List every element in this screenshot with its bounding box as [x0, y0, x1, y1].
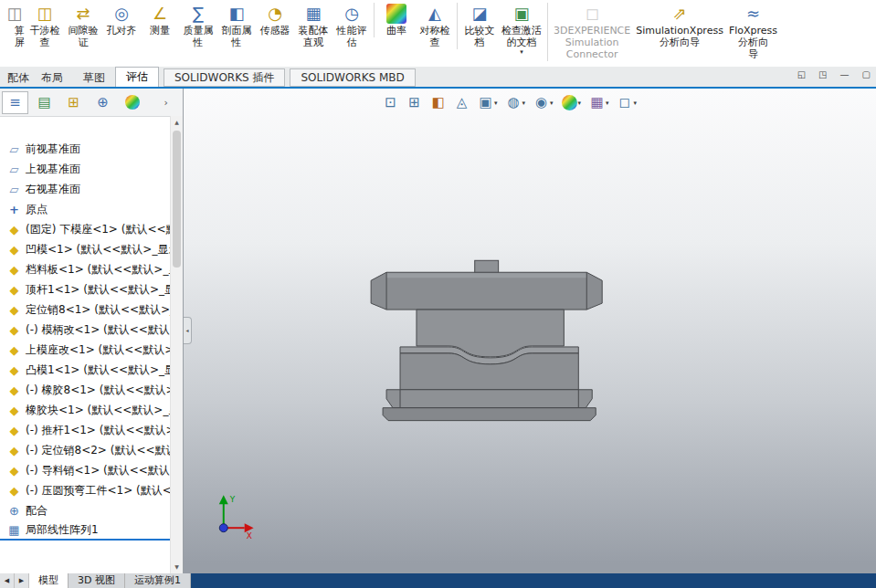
floxpress-wizard-button[interactable]: ≈ FloXpress 分析向 导: [726, 3, 780, 61]
compare-documents-icon: ◪: [470, 4, 490, 24]
tree-item-top-plane[interactable]: ▱ 上视基准面: [0, 159, 171, 179]
view-settings-button[interactable]: ◻ ▾: [615, 94, 640, 111]
compare-documents-button[interactable]: ◪ 比较文 档: [457, 3, 499, 49]
part-icon: ◆: [7, 424, 21, 437]
sensors-button[interactable]: ◔ 传感器: [256, 3, 294, 37]
ribbon-button-label: 剖面属 性: [222, 25, 252, 48]
performance-evaluation-button[interactable]: ◷ 性能评 估: [332, 3, 371, 49]
part-icon: ◆: [7, 223, 21, 236]
motion-study-tab[interactable]: 运动算例1: [125, 573, 191, 588]
configurationmanager-tab[interactable]: ⊞: [60, 91, 87, 114]
tree-item-component[interactable]: ◆ (-) 橡胶8<1> (默认<<默认>_: [0, 380, 171, 400]
mass-properties-button[interactable]: ∑ 质量属 性: [179, 3, 217, 49]
dropdown-caret-icon: ▾: [550, 100, 554, 107]
mass-properties-icon: ∑: [188, 4, 208, 24]
section-properties-icon: ◧: [227, 4, 247, 24]
clearance-verification-button[interactable]: ⇄ 间隙验 证: [64, 3, 102, 49]
tree-item-label: (固定) 下模座<1> (默认<<默认: [26, 222, 171, 237]
tree-item-component[interactable]: ◆ (固定) 下模座<1> (默认<<默认: [0, 219, 171, 239]
zoom-fit-button[interactable]: ⊡: [380, 94, 401, 111]
check-active-document-button[interactable]: ▣ 检查激活 的文档 ▾: [499, 3, 544, 57]
dynamic-annotation-button[interactable]: ◬: [451, 94, 472, 111]
apply-scene-button[interactable]: ▦ ▾: [586, 94, 612, 111]
featuremanager-tree: ▱ 前视基准面 ▱ 上视基准面 ▱ 右视基准面 +: [0, 117, 183, 573]
tree-item-local-pattern[interactable]: ▦ 局部线性阵列1: [0, 520, 171, 541]
tree-scrollbar[interactable]: ▲ ▼: [170, 116, 183, 573]
dimxpertmanager-tab[interactable]: ⊕: [90, 91, 116, 114]
zoom-fit-icon: ⊡: [383, 95, 398, 110]
tree-item-component[interactable]: ◆ (-) 导料销<1> (默认<<默认>_: [0, 460, 171, 480]
tab-scroll-arrows: ◀ ▶: [0, 573, 29, 588]
hole-alignment-button[interactable]: ◎ 孔对齐: [102, 3, 141, 37]
part-icon: ◆: [7, 484, 21, 498]
part-icon: ◆: [7, 303, 21, 317]
displaymanager-tab[interactable]: ●: [119, 91, 145, 114]
panel-tab-strip: ≡ ▤ ⊞ ⊕: [0, 89, 183, 117]
tree-item-component[interactable]: ◆ 顶杆1<1> (默认<<默认>_显示: [0, 279, 171, 299]
dropdown-caret-icon: ▾: [494, 100, 498, 107]
hide-show-items-button[interactable]: ◉ ▾: [531, 94, 556, 111]
section-properties-button[interactable]: ◧ 剖面属 性: [217, 3, 256, 49]
panel-collapse-handle[interactable]: ◂: [184, 317, 192, 344]
tab-sketch[interactable]: 草图: [73, 68, 115, 87]
solidworks-window: ◫ 算 屏 ◫ 干涉检 查 ⇄ 间隙验 证 ◎ 孔对齐: [0, 0, 876, 588]
tree-item-right-plane[interactable]: ▱ 右视基准面: [0, 179, 171, 199]
tree-item-front-plane[interactable]: ▱ 前视基准面: [0, 139, 171, 159]
part-icon: ◆: [7, 323, 21, 337]
tree-item-component[interactable]: ◆ 凹模<1> (默认<<默认>_显示: [0, 239, 171, 259]
tree-item-label: 右视基准面: [26, 182, 80, 197]
graphics-area[interactable]: ⊡ ⊞ ◧ ◬: [184, 89, 876, 573]
edit-appearance-button[interactable]: ● ▾: [559, 94, 585, 111]
window-minimize-icon[interactable]: —: [840, 69, 850, 79]
tab-evaluate[interactable]: 评估: [115, 67, 159, 87]
tree-item-label: (-) 压圆预弯工件<1> (默认<<: [26, 483, 171, 499]
measure-ruler-icon: ∠: [150, 4, 170, 24]
partial-left-button[interactable]: ◫ 算 屏: [0, 3, 26, 48]
tree-item-component[interactable]: ◆ 凸模1<1> (默认<<默认>_显示: [0, 360, 171, 380]
tree-item-component[interactable]: ◆ (-) 压圆预弯工件<1> (默认<<: [0, 480, 171, 500]
panel-overflow-chevron[interactable]: ›: [164, 97, 183, 109]
tree-item-mates[interactable]: ⊕ 配合: [0, 500, 171, 520]
tab-layout[interactable]: 布局: [31, 68, 73, 87]
tree-item-component[interactable]: ◆ (-) 定位销8<2> (默认<<默认>: [0, 440, 171, 460]
scrollbar-thumb[interactable]: [173, 131, 181, 268]
section-view-icon: ◧: [430, 95, 446, 110]
display-style-button[interactable]: ◍ ▾: [503, 94, 529, 111]
view-orientation-button[interactable]: ▣ ▾: [475, 94, 501, 111]
section-view-button[interactable]: ◧: [427, 94, 449, 111]
ribbon-toolbar: ◫ 算 屏 ◫ 干涉检 查 ⇄ 间隙验 证 ◎ 孔对齐: [0, 0, 876, 67]
featuremanager-tree-tab[interactable]: ≡: [2, 91, 28, 114]
dimxpert-icon: ⊕: [96, 95, 111, 110]
scroll-tabs-right-icon[interactable]: ▶: [15, 573, 29, 588]
window-maximize-icon[interactable]: ▢: [862, 69, 871, 79]
interference-check-button[interactable]: ◫ 干涉检 查: [26, 3, 64, 49]
appearance-ball-icon: ●: [562, 95, 577, 110]
model-tab[interactable]: 模型: [29, 573, 69, 588]
zoom-area-button[interactable]: ⊞: [404, 94, 425, 111]
tree-item-component[interactable]: ◆ 档料板<1> (默认<<默认>_显: [0, 259, 171, 279]
window-switch-icon[interactable]: ◳: [818, 69, 827, 79]
tab-solidworks-mbd[interactable]: SOLIDWORKS MBD: [290, 68, 415, 87]
tree-item-component[interactable]: ◆ (-) 推杆1<1> (默认<<默认>_: [0, 420, 171, 440]
measure-button[interactable]: ∠ 测量: [141, 3, 179, 37]
scroll-down-icon[interactable]: ▼: [171, 561, 183, 573]
simulationxpress-wizard-button[interactable]: ⇗ SimulationXpress 分析向导: [633, 3, 726, 49]
window-restore-icon[interactable]: ◱: [797, 69, 806, 79]
scroll-tabs-left-icon[interactable]: ◀: [0, 573, 15, 588]
tree-item-component[interactable]: ◆ 橡胶块<1> (默认<<默认>_显: [0, 400, 171, 420]
tab-solidworks-addins[interactable]: SOLIDWORKS 插件: [164, 68, 285, 87]
dropdown-caret-icon: ▾: [520, 48, 523, 56]
tree-item-component[interactable]: ◆ 定位销8<1> (默认<<默认>_显: [0, 299, 171, 320]
symmetry-check-button[interactable]: ◭ 对称检 查: [416, 3, 454, 49]
tree-item-component[interactable]: ◆ (-) 模柄改<1> (默认<<默认>: [0, 320, 171, 340]
3d-views-tab[interactable]: 3D 视图: [69, 573, 125, 588]
monitor-icon: ◻: [617, 95, 633, 110]
curvature-button[interactable]: ▦ 曲率: [374, 3, 416, 37]
tree-item-component[interactable]: ◆ 上模座改<1> (默认<<默认>_: [0, 340, 171, 360]
propertymanager-tab[interactable]: ▤: [31, 91, 58, 114]
tab-assembly-partial[interactable]: 配体: [0, 68, 31, 87]
scroll-up-icon[interactable]: ▲: [171, 116, 183, 129]
3dexperience-simulation-connector-button[interactable]: ◻ 3DEXPERIENCE Simulation Connector: [547, 3, 633, 61]
assembly-visualization-button[interactable]: ▦ 装配体 直观: [294, 3, 332, 49]
tree-item-origin[interactable]: + 原点: [0, 199, 171, 219]
